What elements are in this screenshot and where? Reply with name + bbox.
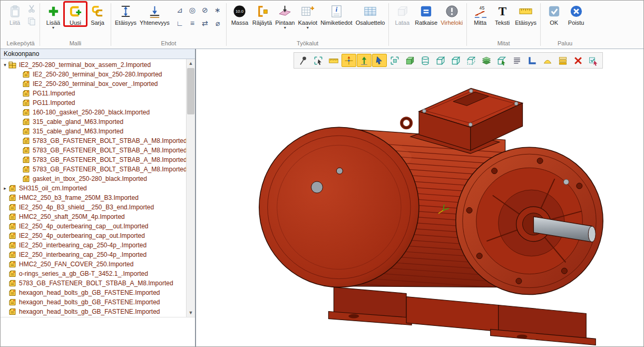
viewport-3d[interactable] [196, 49, 643, 347]
delete-x-icon[interactable] [571, 54, 586, 67]
tree-item[interactable]: IE2_250_4p_B3_shield__250_B3_end.Importe… [1, 203, 186, 212]
tree-item[interactable]: 5783_GB_FASTENER_BOLT_STBAB_A_M8.Importe… [1, 136, 186, 146]
sarja-button[interactable]: Sarja [86, 2, 109, 26]
part-icon [8, 261, 17, 268]
lataa-button[interactable]: Lataa [391, 2, 413, 26]
ribbon-button-label: Mitta [474, 20, 486, 26]
tree-item[interactable]: gasket_in_tbox_250-280_black.Imported [1, 174, 186, 184]
tree-expander-closed-icon[interactable]: ▸ [2, 186, 8, 191]
kaaviot-button[interactable]: Kaaviot▾ [296, 2, 319, 30]
tree-expander-open-icon[interactable]: ▾ [2, 62, 8, 68]
uusi-button[interactable]: Uusi [64, 2, 86, 26]
tree-item[interactable]: IE2_250_interbearing_cap_250-4p_.Importe… [1, 240, 186, 250]
measure-ruler-icon[interactable] [326, 54, 341, 67]
tree-item[interactable]: hexagon_head_bolts_gb_GB_FASTENE.Importe… [1, 307, 186, 316]
tree-item[interactable]: 160-180_gasket_250-280_black.Imported [1, 108, 186, 117]
constraint-tangent-icon[interactable]: ⊘ [199, 3, 211, 16]
ratkaise-button[interactable]: Ratkaise [413, 2, 439, 26]
part-icon [22, 109, 31, 117]
cad-application-window: LiitäLeikepöytäLisää▾UusiSarjaMalliEtäis… [0, 0, 644, 347]
box-wire-3-icon[interactable] [464, 54, 479, 67]
select-cursor-icon[interactable] [372, 54, 387, 67]
nimiketiedot-button[interactable]: iNimiketiedot [319, 2, 354, 26]
tree-item[interactable]: hexagon_head_bolts_gb_GB_FASTENE.Importe… [1, 288, 186, 297]
surface-arc-icon[interactable] [540, 54, 555, 67]
part-icon [22, 99, 31, 107]
ribbon-group-label: Mitat [469, 40, 538, 49]
cube-pick-icon[interactable] [494, 54, 509, 67]
list-view-icon[interactable] [510, 54, 524, 67]
tree-item-label: HMC2_250_shaft_250M_4p.Imported [19, 213, 125, 220]
constraint-symmetry-icon[interactable]: ∗ [211, 3, 224, 16]
copy-button[interactable] [26, 17, 37, 27]
massa-button[interactable]: 10.0Massa [229, 2, 251, 26]
tree-item[interactable]: IE2_250-280_terminal_box_250-280.Importe… [1, 70, 186, 79]
constraint-coincident-icon[interactable]: ≡ [186, 16, 199, 30]
tree-item[interactable]: IE2_250-280_terminal_box_cover_.Imported [1, 79, 186, 89]
tree-item[interactable]: HMC2_250_shaft_250M_4p.Imported [1, 212, 186, 221]
tree-item[interactable]: 315_cable_gland_M63.Imported [1, 117, 186, 127]
apply-box-icon[interactable] [586, 54, 601, 67]
section-profile-icon[interactable] [525, 54, 540, 67]
ribbon-group-label: Paluu [543, 40, 587, 49]
scroll-down-arrow-icon[interactable]: ▼ [187, 309, 195, 317]
tree-scrollbar[interactable]: ▲ ▼ [186, 59, 195, 317]
tree-item[interactable]: 5783_GB_FASTENER_BOLT_STBAB_A_M8.Importe… [1, 146, 186, 155]
ribbon-button-label: Yhtenevyys [140, 20, 170, 26]
cut-button[interactable] [26, 4, 37, 14]
select-object-icon[interactable] [311, 54, 326, 67]
teksti-button[interactable]: TTeksti [491, 2, 513, 26]
tree-item-label: PG11.Imported [33, 90, 75, 97]
tree-item[interactable]: IE2_250_4p_outerbearing_cap_out.Imported [1, 231, 186, 240]
constraint-grid: ⊿◎⊘∗∟≡⇄⌀ [173, 3, 224, 30]
motor-3d-model[interactable] [196, 49, 643, 347]
cube-solid-icon[interactable] [403, 54, 417, 67]
shell-stack-icon[interactable] [479, 54, 494, 67]
box-wire-icon[interactable] [433, 54, 448, 67]
tree-item[interactable]: hexagon_head_bolts_gb_GB_FASTENE.Importe… [1, 297, 186, 307]
virheloki-button[interactable]: Virheloki [439, 2, 464, 26]
svg-text:10.0: 10.0 [236, 9, 243, 14]
liita-button[interactable]: Liitä [4, 2, 26, 26]
tree-item[interactable]: ▾IE2_250-280_terminal_box_assem_2.Import… [1, 60, 186, 70]
yhtenevyys-button[interactable]: Yhtenevyys [138, 2, 171, 26]
tree-item[interactable]: PG11.Imported [1, 89, 186, 98]
constraint-perpendicular-icon[interactable]: ∟ [173, 16, 186, 30]
pintaan-button[interactable]: Pintaan▾ [274, 2, 296, 30]
tree-item[interactable]: PG11.Imported [1, 98, 186, 108]
tree-item[interactable]: HMC2_250_b3_frame_250M_B3.Imported [1, 193, 186, 203]
axis-snap-icon[interactable] [341, 54, 356, 67]
etaisyys-button[interactable]: Etäisyys [513, 2, 538, 26]
constraint-diameter-icon[interactable]: ⌀ [211, 16, 224, 30]
lisaa-button[interactable]: Lisää▾ [42, 2, 64, 30]
poistu-button[interactable]: Poistu [565, 2, 587, 26]
tree-item[interactable]: o-rings_series_a_gb_GB-T_3452.1_.Importe… [1, 269, 186, 278]
tree-item[interactable]: IE2_250_4p_outerbearing_cap__out.Importe… [1, 221, 186, 231]
layer-stack-icon[interactable] [555, 54, 570, 67]
constraint-concentric-icon[interactable]: ◎ [186, 3, 199, 16]
scrollbar-thumb[interactable] [187, 68, 194, 114]
scroll-up-arrow-icon[interactable]: ▲ [187, 59, 195, 68]
etaisyys-button[interactable]: Etäisyys [113, 2, 138, 26]
osaluettelo-button[interactable]: Osaluettelo [354, 2, 387, 26]
part-icon [8, 270, 17, 278]
move-vertical-icon[interactable] [357, 54, 372, 67]
constraint-swap-icon[interactable]: ⇄ [199, 16, 211, 30]
mitta-button[interactable]: 45Mitta [469, 2, 491, 26]
tree-item[interactable]: IE2_250_interbearing_cap_250-4p_.Importe… [1, 250, 186, 259]
series-icon [90, 3, 105, 19]
pin-icon[interactable] [296, 54, 310, 67]
tree-item[interactable]: ▸SH315_oil_cm.Imported [1, 184, 186, 193]
tree-item[interactable]: 315_cable_gland_M63.Imported [1, 127, 186, 136]
tree-item[interactable]: 5783_GB_FASTENER_BOLT_STBAB_A_M8.Importe… [1, 165, 186, 174]
assembly-icon [8, 61, 17, 69]
constraint-angle-icon[interactable]: ⊿ [173, 3, 186, 16]
ok-button[interactable]: OK [543, 2, 565, 26]
tree-item[interactable]: 5783_GB_FASTENER_BOLT_STBAB_A_M8.Importe… [1, 278, 186, 288]
tree-item[interactable]: HMC2_250_FAN_COVER_250.Imported [1, 259, 186, 269]
pick-face-icon[interactable] [387, 54, 402, 67]
rajayta-button[interactable]: Räjäytä [251, 2, 274, 26]
cylinder-wire-icon[interactable] [418, 54, 433, 67]
tree-item[interactable]: 5783_GB_FASTENER_BOLT_STBAB_A_M8.Importe… [1, 155, 186, 165]
box-wire-2-icon[interactable] [448, 54, 463, 67]
